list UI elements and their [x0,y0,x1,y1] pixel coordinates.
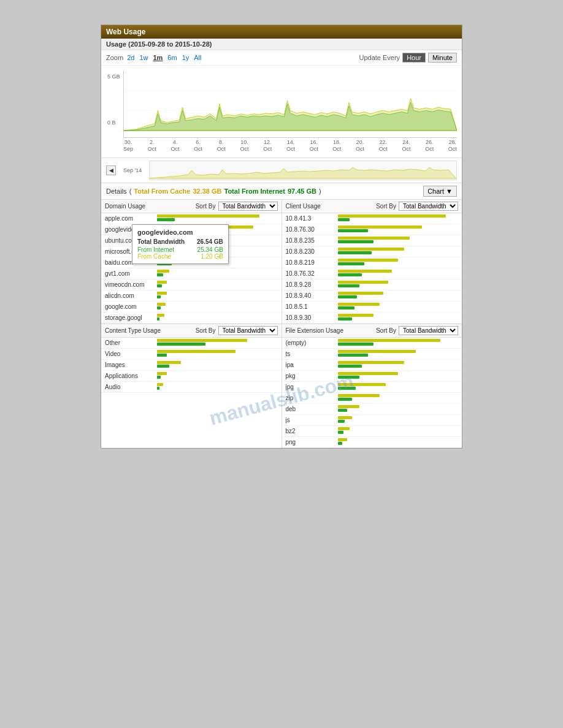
client-row-4: 10.8.8.219 [282,257,462,268]
content-sort-select[interactable]: Total Bandwidth [218,326,278,335]
lower-tables-section: Content Type Usage Sort By Total Bandwid… [101,324,462,448]
domain-row-9: storage.googl [101,313,282,324]
internet-label: Total From Internet [224,188,285,195]
zoom-1m[interactable]: 1m [151,54,164,61]
client-bars-2 [338,237,459,244]
file-ext-label-0: (empty) [286,339,338,346]
client-internet-bar-8 [338,303,380,306]
content-row-1: Video [101,349,282,360]
client-internet-bar-7 [338,292,384,295]
domain-internet-bar-9 [157,314,164,317]
client-label-9: 10.8.9.30 [286,314,338,321]
domain-cache-bar-5 [157,273,163,276]
file-ext-cache-bar-3 [338,376,359,379]
domain-label-8: google.com [105,303,157,310]
file-ext-row-5: zip [282,393,462,404]
file-ext-label-7: js [286,417,338,423]
domain-bars-0 [157,214,278,222]
client-cache-bar-7 [338,295,357,298]
update-hour-btn[interactable]: Hour [402,53,426,63]
client-row-0: 10.8.41.3 [282,213,462,224]
zoom-1y[interactable]: 1y [181,54,191,61]
file-ext-sort-select[interactable]: Total Bandwidth [399,326,458,335]
domain-internet-bar-5 [157,270,169,273]
zoom-6m[interactable]: 6m [166,54,178,61]
domain-bars-9 [157,314,278,321]
domain-tooltip: googlevideo.com Total Bandwidth 26.54 GB… [132,224,229,264]
content-type-label: Content Type Usage [105,327,161,334]
domain-internet-bar-7 [157,292,167,295]
update-minute-btn[interactable]: Minute [428,53,457,63]
client-internet-bar-6 [338,281,389,284]
file-ext-internet-bar-8 [338,427,350,430]
client-cache-bar-4 [338,262,364,265]
client-sort-label: Sort By [376,203,396,210]
y-label-top: 5 GB [107,74,120,80]
cache-label: Total From Cache [134,188,190,195]
client-internet-bar-5 [338,270,392,273]
content-cache-bar-0 [157,343,205,346]
domain-sort-select[interactable]: Total Bandwidth [218,202,278,211]
file-ext-cache-bar-8 [338,431,344,434]
domain-usage-col: Domain Usage Sort By Total Bandwidth app… [101,200,282,324]
file-ext-col: File Extension Usage Sort By Total Bandw… [282,324,462,448]
file-ext-label-6: deb [286,406,338,412]
domain-row-6: vimeocdn.com [101,279,282,290]
file-ext-internet-bar-2 [338,361,404,364]
zoom-1w[interactable]: 1w [138,54,149,61]
client-internet-bar-1 [338,226,423,229]
domain-label-6: vimeocdn.com [105,281,157,288]
x-label-11: 22.Oct [379,139,388,153]
domain-internet-bar-8 [157,303,166,306]
zoom-all[interactable]: All [193,54,202,61]
svg-marker-4 [150,167,456,178]
zoom-2d[interactable]: 2d [126,54,136,61]
client-bars-3 [338,248,459,255]
client-cache-bar-5 [338,273,362,276]
usage-title: Usage (2015-09-28 to 2015-10-28) [101,39,462,50]
file-ext-bars-7 [338,416,459,423]
chart-button[interactable]: Chart ▼ [423,186,457,197]
client-row-1: 10.8.76.30 [282,224,462,235]
file-ext-bars-5 [338,394,459,401]
content-label-2: Images [105,362,157,368]
file-ext-bars-2 [338,361,459,368]
zoom-label: Zoom [106,54,123,61]
domain-internet-bar-6 [157,281,167,284]
x-label-0: 30.Sep [123,139,133,153]
content-internet-bar-3 [157,372,167,375]
file-ext-label: File Extension Usage [286,327,344,334]
overview-chart-area[interactable] [149,161,457,180]
content-internet-bar-1 [157,350,236,353]
file-ext-row-0: (empty) [282,338,462,349]
overview-nav-btn[interactable]: ◀ [106,165,116,175]
file-ext-bars-9 [338,438,459,446]
client-bars-5 [338,270,459,277]
file-ext-label-8: bz2 [286,428,338,434]
content-label-4: Audio [105,384,157,390]
content-cache-bar-2 [157,365,169,368]
x-label-7: 14.Oct [286,139,295,153]
content-cache-bar-3 [157,376,161,379]
file-ext-bars-3 [338,372,459,379]
x-label-8: 16.Oct [310,139,318,153]
client-bars-6 [338,281,459,288]
file-ext-sort-label: Sort By [376,327,396,334]
content-internet-bar-4 [157,383,163,386]
client-label-5: 10.8.76.32 [286,270,338,277]
client-sort-select[interactable]: Total Bandwidth [399,202,458,211]
x-label-12: 24.Oct [402,139,410,153]
zoom-bar: Zoom 2d 1w 1m 6m 1y All Update Every Hou… [101,50,462,66]
content-row-2: Images [101,360,282,371]
client-row-6: 10.8.9.28 [282,279,462,290]
file-ext-row-6: deb [282,404,462,415]
overview-chart-row: ◀ Sep '14 [101,158,462,183]
content-sort-label: Sort By [196,327,216,334]
x-label-5: 10.Oct [240,139,249,153]
file-ext-bars-6 [338,405,459,412]
main-chart-area: 5 GB 0 B [101,66,462,158]
file-ext-internet-bar-3 [338,372,398,375]
file-ext-label-4: jpg [286,384,338,390]
x-label-3: 6.Oct [194,139,202,153]
domain-cache-bar-7 [157,295,161,298]
